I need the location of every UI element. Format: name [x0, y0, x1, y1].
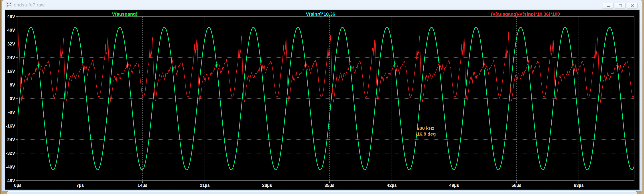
- close-button[interactable]: [627, 3, 638, 9]
- y-tick-label[interactable]: 40V: [7, 28, 15, 33]
- y-tick-label[interactable]: 0V: [10, 96, 15, 101]
- minimize-button[interactable]: [603, 3, 614, 9]
- trace-label-v-ausgang[interactable]: V(ausgang): [112, 11, 137, 17]
- y-tick-label[interactable]: -24V: [6, 137, 15, 142]
- y-tick-label[interactable]: 8V: [10, 83, 15, 87]
- annotation-frequency: 200 kHz: [417, 126, 434, 131]
- y-tick-label[interactable]: -8V: [8, 110, 15, 115]
- x-tick-label[interactable]: 0µs: [14, 183, 22, 188]
- waveform-viewer-window: endstufe7.raw 48V40V32V24V16V8V0V-8V-16V…: [2, 0, 642, 191]
- x-tick-label[interactable]: 21µs: [200, 183, 210, 188]
- y-tick-label[interactable]: 24V: [7, 55, 15, 60]
- y-tick-label[interactable]: 48V: [7, 14, 15, 19]
- y-tick-label[interactable]: -32V: [6, 151, 15, 156]
- y-tick-label[interactable]: -48V: [6, 178, 15, 183]
- x-tick-label[interactable]: 28µs: [262, 183, 272, 188]
- waveform-chart[interactable]: 48V40V32V24V16V8V0V-8V-16V-24V-32V-40V-4…: [5, 10, 639, 189]
- x-axis[interactable]: 0µs7µs14µs21µs28µs35µs42µs49µs56µs63µs: [14, 183, 584, 188]
- x-tick-label[interactable]: 49µs: [449, 183, 459, 188]
- background-window-edge[interactable]: [7, 191, 637, 194]
- trace-label-error[interactable]: (V(ausgang)-V(sinp)*10.36)*100: [491, 11, 560, 17]
- phase-annotation: 200 kHz-16.8 deg: [416, 126, 436, 136]
- maximize-icon: [618, 4, 622, 8]
- window-controls: [603, 3, 638, 9]
- minimize-icon: [606, 4, 610, 8]
- y-tick-label[interactable]: 16V: [7, 69, 15, 74]
- y-axis[interactable]: 48V40V32V24V16V8V0V-8V-16V-24V-32V-40V-4…: [6, 14, 15, 183]
- window-title: endstufe7.raw: [14, 2, 44, 8]
- y-tick-label[interactable]: 32V: [7, 42, 15, 46]
- x-tick-label[interactable]: 14µs: [138, 183, 148, 188]
- x-tick-label[interactable]: 63µs: [574, 183, 584, 188]
- title-bar[interactable]: endstufe7.raw: [2, 0, 642, 10]
- desktop-background-left: [0, 0, 2, 194]
- y-tick-label[interactable]: -16V: [6, 124, 15, 128]
- waveform-plot-pane[interactable]: 48V40V32V24V16V8V0V-8V-16V-24V-32V-40V-4…: [5, 10, 640, 190]
- x-tick-label[interactable]: 56µs: [512, 183, 522, 188]
- trace-label-v-sinp[interactable]: V(sinp)*10.36: [306, 11, 335, 17]
- waveform-plot-icon: [6, 2, 12, 8]
- x-tick-label[interactable]: 35µs: [324, 183, 334, 188]
- close-icon: [630, 4, 634, 8]
- x-tick-label[interactable]: 7µs: [76, 183, 84, 188]
- x-tick-label[interactable]: 42µs: [387, 183, 397, 188]
- annotation-phase: -16.8 deg: [416, 131, 436, 136]
- y-tick-label[interactable]: -40V: [6, 164, 15, 169]
- maximize-button[interactable]: [615, 3, 626, 9]
- desktop-background-right: [642, 0, 644, 194]
